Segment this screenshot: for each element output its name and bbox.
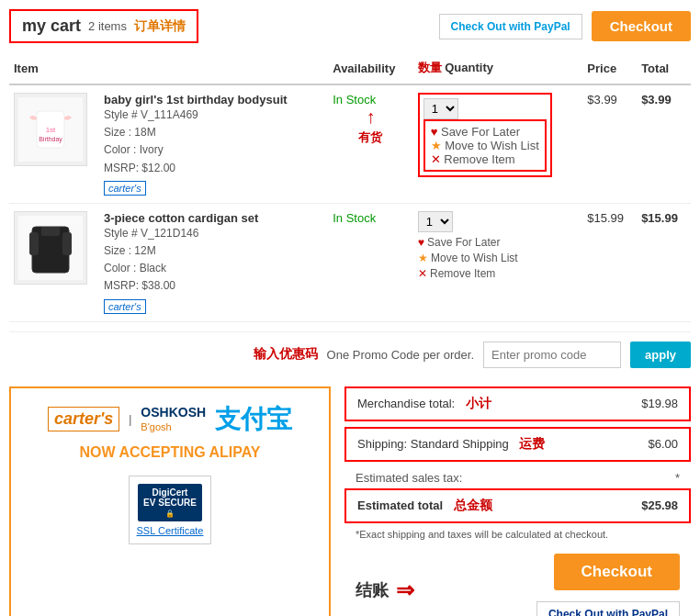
tax-label: Estimated sales tax: (356, 471, 462, 485)
col-qty: 数量 Quantity (413, 52, 583, 84)
qty-select-2[interactable]: 1 2 3 (418, 211, 453, 232)
tax-row: Estimated sales tax: * (344, 467, 691, 488)
carters-logo: carter's (48, 407, 119, 431)
move-wish-list-2[interactable]: Move to Wish List (418, 252, 579, 264)
remove-item-2[interactable]: Remove Item (418, 267, 579, 280)
save-for-later-1[interactable]: Save For Later (431, 125, 539, 139)
brand-tag-1: carter's (104, 181, 146, 196)
cart-table: Item Availability 数量 Quantity Price Tota… (9, 52, 691, 322)
shipping-row: Shipping: Standard Shipping 运费 $6.00 (344, 427, 691, 462)
estimated-label: Estimated total (357, 498, 443, 512)
total-1: $3.99 (637, 84, 691, 203)
item-details-2: 3-piece cotton cardigan set Style # V_12… (96, 211, 323, 314)
item-meta-2: Style # V_121D146 Size : 12M Color : Bla… (104, 225, 323, 296)
item-name-2: 3-piece cotton cardigan set (104, 211, 323, 225)
digicert-badge: DigiCert EV SECURE 🔒 (138, 484, 202, 521)
qty-box-1: 1 2 3 Save For Later Move to Wish List R… (418, 93, 552, 177)
col-price: Price (582, 52, 637, 84)
paypal-checkout-button-top[interactable]: Check Out with PayPal (439, 14, 582, 39)
paypal-button-bottom[interactable]: Check Out with PayPal (536, 601, 680, 617)
promo-label: One Promo Code per order. (327, 348, 474, 362)
remove-item-1[interactable]: Remove Item (431, 152, 539, 166)
cart-title: my cart (22, 17, 81, 36)
svg-rect-8 (62, 232, 72, 255)
qty-actions-2: Save For Later Move to Wish List Remove … (418, 236, 579, 280)
qty-cell-2: 1 2 3 Save For Later Move to Wish List R… (413, 203, 583, 321)
qty-select-1[interactable]: 1 2 3 (423, 98, 458, 119)
oshkosh-logo: OSHKOSH B'gosh (141, 405, 206, 433)
item-details-1: baby girl's 1st birthday bodysuit Style … (96, 93, 323, 196)
total-2: $15.99 (637, 203, 691, 321)
estimated-total-row: Estimated total 总金额 $25.98 (344, 488, 691, 523)
brand-tag-2: carter's (104, 299, 146, 314)
shipping-label: Shipping: Standard Shipping (357, 437, 509, 451)
merch-label: Merchandise total: (357, 397, 455, 410)
checkout-button-top[interactable]: Checkout (592, 11, 691, 41)
alipay-text: NOW ACCEPTING ALIPAY (79, 444, 260, 461)
tax-amount: * (675, 471, 680, 485)
checkout-row: 结账 ⇒ Checkout Check Out with PayPal (344, 549, 691, 617)
shipping-amount: $6.00 (648, 437, 678, 451)
table-row: 3-piece cotton cardigan set Style # V_12… (9, 203, 691, 321)
alipay-logo: 支付宝 (215, 402, 292, 437)
promo-input[interactable] (483, 342, 621, 368)
svg-rect-7 (29, 232, 39, 255)
col-item: Item (9, 52, 328, 84)
col-availability: Availability (328, 52, 412, 84)
merch-cn-label: 小计 (466, 396, 491, 410)
checkout-actions: Checkout Check Out with PayPal (536, 554, 680, 617)
header-actions: Check Out with PayPal Checkout (439, 11, 691, 41)
svg-rect-6 (41, 227, 60, 236)
availability-2: In Stock (328, 203, 412, 321)
ssl-certificate-link[interactable]: SSL Certificate (137, 525, 204, 536)
item-image-2 (14, 211, 87, 285)
svg-text:1st: 1st (46, 126, 56, 134)
checkout-button-main[interactable]: Checkout (554, 554, 680, 590)
cart-count: 2 items (88, 19, 127, 33)
promo-cn-label: 输入优惠码 (254, 346, 318, 363)
cart-title-box: my cart 2 items 订单详情 (9, 9, 198, 43)
price-2: $15.99 (582, 203, 637, 321)
order-detail-link[interactable]: 订单详情 (134, 18, 186, 35)
bottom-section: carter's | OSHKOSH B'gosh 支付宝 NOW ACCEPT… (9, 386, 691, 617)
exact-note: *Exact shipping and taxes will be calcul… (344, 529, 691, 540)
item-image-1: 1st Birthday (14, 93, 87, 166)
item-name-1: baby girl's 1st birthday bodysuit (104, 93, 323, 106)
move-wish-list-1[interactable]: Move to Wish List (431, 139, 539, 152)
arrow-up-icon: ↑ (333, 106, 408, 128)
table-row: 1st Birthday baby girl's 1st birthday bo… (9, 84, 691, 203)
estimated-amount: $25.98 (641, 498, 678, 512)
save-for-later-2[interactable]: Save For Later (418, 236, 579, 249)
digicert-box: DigiCert EV SECURE 🔒 SSL Certificate (129, 476, 212, 544)
promo-banner: carter's | OSHKOSH B'gosh 支付宝 NOW ACCEPT… (9, 386, 331, 617)
merch-total-row: Merchandise total: 小计 $19.98 (344, 386, 691, 421)
apply-button[interactable]: apply (630, 342, 691, 368)
col-total: Total (637, 52, 691, 84)
checkout-cn-label: 结账 ⇒ (356, 577, 414, 603)
item-meta-1: Style # V_111A469 Size : 18M Color : Ivo… (104, 106, 323, 177)
shipping-cn-label: 运费 (519, 436, 545, 451)
availability-cn: 有货 (333, 129, 408, 146)
estimated-cn-label: 总金额 (454, 498, 492, 512)
merch-amount: $19.98 (641, 397, 678, 410)
svg-text:Birthday: Birthday (39, 136, 62, 143)
promo-row: 输入优惠码 One Promo Code per order. apply (9, 331, 691, 377)
qty-cell-1: 1 2 3 Save For Later Move to Wish List R… (413, 84, 583, 203)
availability-1: In Stock ↑ 有货 (328, 84, 412, 203)
arrow-right-icon: ⇒ (396, 577, 414, 603)
price-1: $3.99 (582, 84, 637, 203)
qty-actions-1: Save For Later Move to Wish List Remove … (423, 119, 547, 172)
brand-logos: carter's | OSHKOSH B'gosh 支付宝 (48, 402, 292, 437)
totals-box: Merchandise total: 小计 $19.98 Shipping: S… (344, 386, 691, 617)
